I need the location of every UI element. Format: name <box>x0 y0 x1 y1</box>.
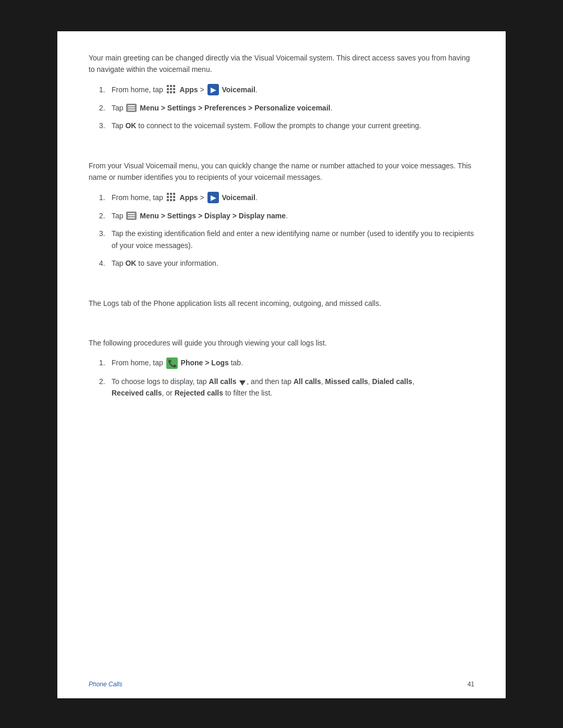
svg-rect-14 <box>167 196 169 198</box>
section-greeting-steps: 1. From home, tap <box>89 84 474 132</box>
section-divider <box>89 325 474 337</box>
list-item: 3. Tap OK to connect to the voicemail sy… <box>99 120 474 131</box>
section-view-logs: The following procedures will guide you … <box>89 337 474 399</box>
section-display-name-intro: From your Visual Voicemail menu, you can… <box>89 160 474 183</box>
voicemail-label: Voicemail <box>222 193 255 202</box>
svg-rect-12 <box>170 193 172 195</box>
step-number: 3. <box>99 228 112 239</box>
rejected-calls-label: Rejected calls <box>175 389 223 397</box>
step-content: Tap Menu > Settings > Display > Display … <box>112 210 474 221</box>
svg-rect-19 <box>173 199 175 201</box>
section-greeting: Your main greeting can be changed direct… <box>89 52 474 132</box>
list-item: 2. Tap Menu > Settings > Preferences > P… <box>99 102 474 114</box>
dialed-calls-label: Dialed calls <box>372 377 412 386</box>
svg-rect-3 <box>167 88 169 90</box>
step-number: 2. <box>99 102 112 114</box>
list-item: 1. From home, tap <box>99 84 474 96</box>
apps-grid-icon <box>166 84 177 95</box>
list-item: 1. From home, tap <box>99 192 474 204</box>
section-divider <box>89 147 474 160</box>
step-content: From home, tap <box>112 84 474 96</box>
apps-grid-icon <box>166 192 177 203</box>
step-number: 1. <box>99 357 112 368</box>
view-logs-intro: The following procedures will guide you … <box>89 337 474 349</box>
menu-icon <box>126 104 137 112</box>
svg-rect-0 <box>167 85 169 87</box>
step-number: 2. <box>99 376 112 387</box>
step-content: From home, tap <box>112 192 474 204</box>
phone-icon: 📞 <box>166 357 178 369</box>
voicemail-icon: ▶ <box>207 192 219 203</box>
voicemail-label: Voicemail <box>222 85 255 94</box>
view-logs-steps: 1. From home, tap 📞 Phone > Logs tab. 2.… <box>89 357 474 399</box>
menu-line <box>128 107 135 108</box>
received-calls-label: Received calls <box>112 389 162 397</box>
section-display-name: From your Visual Voicemail menu, you can… <box>89 160 474 269</box>
step-number: 4. <box>99 257 112 269</box>
svg-rect-13 <box>173 193 175 195</box>
list-item: 4. Tap OK to save your information. <box>99 257 474 269</box>
menu-line <box>128 215 135 216</box>
svg-text:📞: 📞 <box>167 359 177 368</box>
voicemail-icon: ▶ <box>207 84 219 95</box>
menu-label: Menu > Settings > Preferences > Personal… <box>140 104 330 112</box>
footer-left: Phone Calls <box>89 681 123 688</box>
footer: Phone Calls 41 <box>89 681 474 688</box>
footer-right: 41 <box>468 681 474 688</box>
svg-text:▶: ▶ <box>211 86 216 94</box>
section-logs-intro: The Logs tab of the Phone application li… <box>89 298 474 309</box>
svg-rect-15 <box>170 196 172 198</box>
ok-label: OK <box>125 121 136 130</box>
apps-label: Apps <box>180 85 198 94</box>
menu-icon-inner <box>126 212 137 220</box>
list-item: 3. Tap the existing identification field… <box>99 228 474 251</box>
svg-rect-11 <box>167 193 169 195</box>
svg-rect-8 <box>173 91 175 93</box>
svg-rect-1 <box>170 85 172 87</box>
svg-rect-2 <box>173 85 175 87</box>
svg-rect-18 <box>170 199 172 201</box>
step-content: To choose logs to display, tap All calls… <box>112 376 474 399</box>
list-item: 2. To choose logs to display, tap All ca… <box>99 376 474 399</box>
menu-line <box>128 213 135 214</box>
logs-intro-text: The Logs tab of the Phone application li… <box>89 298 474 309</box>
menu-icon-inner <box>126 104 137 112</box>
step-content: Tap Menu > Settings > Preferences > Pers… <box>112 102 474 114</box>
page-container: Your main greeting can be changed direct… <box>57 31 506 698</box>
step-number: 1. <box>99 84 112 95</box>
step-number: 3. <box>99 120 112 131</box>
step-number: 1. <box>99 192 112 203</box>
missed-calls-label: Missed calls <box>325 377 369 386</box>
apps-label: Apps <box>180 193 198 202</box>
svg-rect-5 <box>173 88 175 90</box>
menu-icon <box>126 212 137 220</box>
phone-label: Phone > Logs <box>181 359 229 367</box>
svg-text:▶: ▶ <box>211 194 216 202</box>
all-calls-label: All calls <box>209 377 237 386</box>
step-content: From home, tap 📞 Phone > Logs tab. <box>112 357 474 369</box>
menu-line <box>128 109 135 110</box>
svg-rect-16 <box>173 196 175 198</box>
all-calls-label2: All calls <box>293 377 321 386</box>
svg-rect-7 <box>170 91 172 93</box>
ok-label: OK <box>125 259 136 267</box>
menu-line <box>128 217 135 218</box>
step-number: 2. <box>99 210 112 221</box>
filter-icon <box>239 380 246 386</box>
step-content: Tap OK to save your information. <box>112 257 474 269</box>
list-item: 2. Tap Menu > Settings > Display > Displ… <box>99 210 474 221</box>
svg-rect-4 <box>170 88 172 90</box>
step-content: Tap the existing identification field an… <box>112 228 474 251</box>
section-greeting-intro: Your main greeting can be changed direct… <box>89 52 474 76</box>
menu-line <box>128 105 135 106</box>
menu-label: Menu > Settings > Display > Display name <box>140 212 286 220</box>
step-content: Tap OK to connect to the voicemail syste… <box>112 120 474 131</box>
section-display-name-steps: 1. From home, tap <box>89 192 474 269</box>
section-divider <box>89 285 474 298</box>
svg-rect-6 <box>167 91 169 93</box>
list-item: 1. From home, tap 📞 Phone > Logs tab. <box>99 357 474 369</box>
svg-rect-17 <box>167 199 169 201</box>
